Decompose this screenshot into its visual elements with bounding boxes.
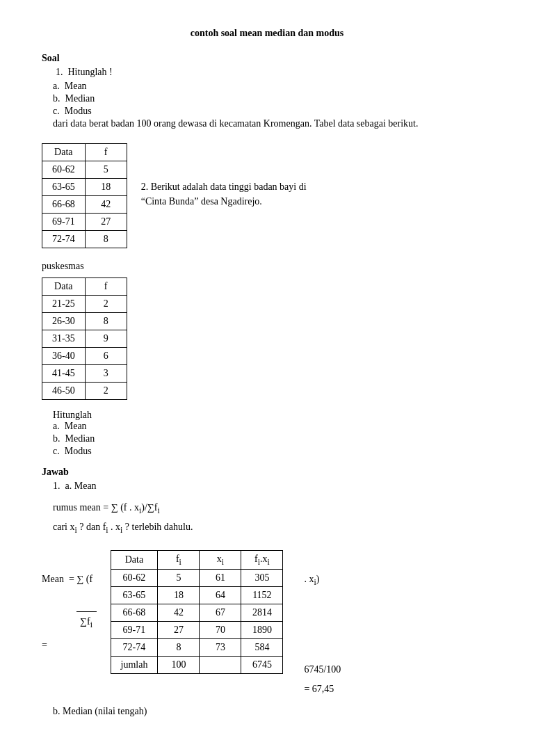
soal-c: c. Modus <box>53 106 492 117</box>
rumus-mean: rumus mean = ∑ (f . xi)/∑fi <box>53 499 492 518</box>
table-row-jumlah: jumlah 100 6745 <box>111 657 283 674</box>
mean-formula-right: . xi) 6745/100 = 67,45 <box>297 545 341 699</box>
jawab-item1: 1. a. Mean <box>53 481 492 492</box>
soal-b: b. Median <box>53 93 492 104</box>
soal-a: a. Mean <box>53 81 492 92</box>
right-text-line1: 2. Berikut adalah data tinggi badan bayi… <box>141 179 492 194</box>
table2-col1-header: Data <box>42 278 86 296</box>
hitunglah-b: b. Median <box>53 433 492 444</box>
table1-col2-header: f <box>85 144 127 161</box>
table-row: 63-65 18 <box>42 179 127 196</box>
right-text-line2: “Cinta Bunda” desa Ngadirejo. <box>141 194 492 209</box>
table-row: 46-50 2 <box>42 383 127 400</box>
puskesmas-label: puskesmas <box>42 261 492 272</box>
table3: Data fi xi fi.xi 60-62 5 61 305 63-65 18… <box>111 550 284 675</box>
table-row: 66-68 42 <box>42 196 127 214</box>
table-row: 72-74 8 73 584 <box>111 639 283 657</box>
mean-label-col: Mean = ∑ (f ∑fi = <box>42 545 97 655</box>
median-label: b. Median (nilai tengah) <box>53 706 492 717</box>
result-fraction: 6745/100 <box>304 660 341 679</box>
soal-description: dari data berat badan 100 orang dewasa d… <box>53 118 492 129</box>
table-row: 41-45 3 <box>42 365 127 383</box>
table1: Data f 60-62 5 63-65 18 66-68 42 69-71 2… <box>42 143 127 248</box>
table-row: 66-68 42 67 2814 <box>111 604 283 622</box>
table3-col4-header: fi.xi <box>241 550 283 570</box>
table-row: 60-62 5 61 305 <box>111 570 283 587</box>
table2: Data f 21-25 2 26-30 8 31-35 9 36-40 6 4… <box>42 278 127 400</box>
table3-col3-header: xi <box>200 550 241 570</box>
hitunglah-label: Hitunglah <box>53 410 492 421</box>
table1-col1-header: Data <box>42 144 86 161</box>
table-row: 69-71 27 70 1890 <box>111 622 283 639</box>
table-row: 60-62 5 <box>42 161 127 179</box>
table-row: 21-25 2 <box>42 296 127 313</box>
table-row: 72-74 8 <box>42 231 127 248</box>
page-title: contoh soal mean median dan modus <box>42 28 492 39</box>
table-row: 26-30 8 <box>42 313 127 330</box>
cari-xi: cari xi ? dan fi . xi ? terlebih dahulu. <box>53 518 492 538</box>
table3-col1-header: Data <box>111 550 158 570</box>
hitunglah-a: a. Mean <box>53 421 492 432</box>
table3-col2-header: fi <box>158 550 200 570</box>
table2-col2-header: f <box>85 278 127 296</box>
soal-label: Soal <box>42 53 492 64</box>
jawab-label: Jawab <box>42 467 492 478</box>
table-row: 36-40 6 <box>42 348 127 365</box>
soal-item1: 1. Hitunglah ! <box>56 67 492 78</box>
result-value: = 67,45 <box>304 679 341 699</box>
table-row: 31-35 9 <box>42 330 127 348</box>
hitunglah-c: c. Modus <box>53 446 492 457</box>
table-row: 69-71 27 <box>42 214 127 231</box>
table-row: 63-65 18 64 1152 <box>111 587 283 604</box>
